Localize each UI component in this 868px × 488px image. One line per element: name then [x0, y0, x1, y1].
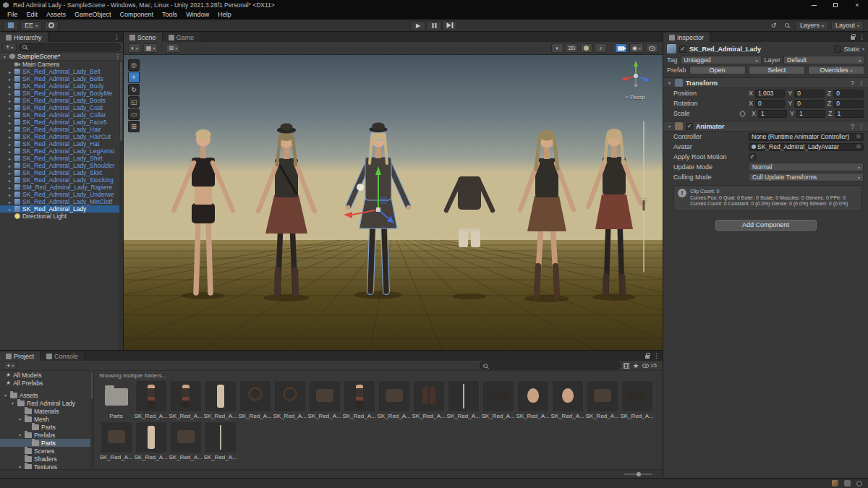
folder-item[interactable]: ▾ Mesh — [0, 415, 93, 423]
search-by-type-icon[interactable] — [624, 363, 629, 369]
orientation-gizmo[interactable] — [619, 59, 652, 94]
panel-menu-icon[interactable]: ⋮ — [653, 352, 660, 359]
hierarchy-item[interactable]: ▸ SK_Red_Admiral_Lady_Collar › — [0, 111, 123, 119]
hierarchy-item[interactable]: ▸ SK_Red_Admiral_Lady_Underwe › — [0, 191, 123, 198]
asset-tile[interactable]: SK_Red_A... — [412, 381, 446, 419]
active-checkbox[interactable]: ✓ — [679, 46, 686, 53]
hierarchy-item[interactable]: Main Camera — [0, 61, 123, 68]
favorite-item[interactable]: ★All Prefabs — [0, 379, 93, 387]
hierarchy-item[interactable]: ▸ SK_Red_Admiral_Lady_BodyMe › — [0, 90, 123, 97]
foldout-icon[interactable]: ▸ — [7, 207, 12, 212]
foldout-icon[interactable]: ▸ — [7, 163, 12, 168]
foldout-icon[interactable]: ▾ — [17, 416, 22, 421]
hierarchy-item[interactable]: ▸ SK_Red_Admiral_Lady_HairCut › — [0, 133, 123, 140]
hierarchy-item[interactable]: ▸ SK_Red_Admiral_Lady_Body › — [0, 82, 123, 90]
menu-item[interactable]: Help — [213, 10, 236, 20]
rotate-tool-button[interactable]: ↻ — [128, 84, 140, 95]
scene-menu-icon[interactable]: ⋮ — [114, 53, 121, 60]
asset-tile[interactable]: SK_Red_A... — [273, 381, 307, 419]
object-picker-icon[interactable]: ⊙ — [856, 133, 861, 140]
minimize-button[interactable] — [803, 0, 825, 10]
lock-icon[interactable] — [645, 355, 650, 359]
asset-tile[interactable]: Parts — [99, 381, 133, 419]
asset-tile[interactable]: SK_Red_A... — [307, 381, 341, 419]
close-button[interactable]: × — [846, 0, 868, 10]
apply-root-motion-checkbox[interactable]: ✓ — [749, 153, 756, 160]
menu-item[interactable]: Window — [182, 10, 213, 20]
console-status-icon[interactable] — [856, 481, 862, 487]
scale-x-field[interactable]: 1 — [758, 110, 787, 118]
asset-tile[interactable]: SK_Red_A... — [585, 381, 619, 419]
audio-toggle[interactable]: ♪ — [595, 43, 607, 53]
hierarchy-item[interactable]: ▸ SK_Red_Admiral_Lady_MinClotf › — [0, 198, 123, 205]
hierarchy-item[interactable]: ▸ SK_Red_Admiral_Lady_Skirt › — [0, 169, 123, 176]
foldout-icon[interactable]: ▸ — [7, 98, 12, 103]
prefab-select-button[interactable]: Select — [749, 66, 805, 74]
persp-chevron-icon[interactable]: < — [625, 94, 629, 100]
asset-tile[interactable]: SK_Red_A... — [169, 422, 203, 461]
hierarchy-item[interactable]: ▸ SM_Red_Admiral_Lady_Rapiere › — [0, 184, 123, 191]
grid-settings-dropdown[interactable]: ▦▾ — [143, 43, 158, 53]
folder-item[interactable]: ▾ Prefabs — [0, 431, 93, 439]
snap-settings-dropdown[interactable]: ⊞▾ — [166, 43, 180, 53]
scene-visibility-toggle[interactable] — [646, 43, 658, 53]
foldout-icon[interactable]: ▸ — [7, 178, 12, 183]
version-control-button[interactable] — [4, 21, 18, 30]
tag-dropdown[interactable]: Untagged▾ — [681, 56, 762, 64]
asset-tile[interactable]: SK_Red_A... — [516, 381, 550, 419]
tab-inspector[interactable]: Inspector — [663, 33, 710, 42]
render-mode-toggle[interactable]: ◐ — [551, 43, 563, 53]
hierarchy-item[interactable]: ▸ SK_Red_Admiral_Lady_Hair › — [0, 126, 123, 133]
gizmos-dropdown[interactable]: ◉▾ — [629, 43, 644, 53]
pause-button[interactable] — [427, 21, 442, 30]
maximize-button[interactable] — [825, 0, 846, 10]
asset-tile[interactable]: SK_Red_A... — [203, 422, 237, 461]
twod-toggle[interactable]: 2D — [566, 43, 578, 53]
camera-overlay-button[interactable] — [615, 43, 627, 53]
asset-tile[interactable]: SK_Red_A... — [134, 381, 168, 419]
panel-menu-icon[interactable]: ⋮ — [114, 33, 120, 40]
transform-tool-button[interactable]: ⊞ — [128, 121, 140, 132]
prefab-overrides-button[interactable]: Overrides▾ — [808, 66, 864, 74]
foldout-icon[interactable]: ▸ — [7, 120, 12, 125]
layout-dropdown[interactable]: Layout▾ — [831, 21, 864, 30]
foldout-icon[interactable]: ▾ — [17, 432, 22, 437]
folder-item[interactable]: ▾ Textures — [0, 463, 93, 469]
folder-item[interactable]: Shaders — [0, 455, 93, 463]
hierarchy-item[interactable]: ▸ SK_Red_Admiral_Lady_Coat › — [0, 104, 123, 111]
foldout-icon[interactable]: ▸ — [7, 171, 12, 176]
scene-viewport[interactable]: ◎ + ↻ ◱ ▭ ⊞ — [124, 55, 663, 350]
update-mode-dropdown[interactable]: Normal▾ — [749, 163, 864, 171]
gizmo-z-axis[interactable] — [644, 77, 650, 82]
hierarchy-item[interactable]: ▸ SK_Red_Admiral_Lady_Shoulder › — [0, 162, 123, 169]
scale-z-field[interactable]: 1 — [835, 110, 864, 118]
folder-item[interactable]: Parts — [0, 439, 93, 447]
hierarchy-item[interactable]: ▸ SK_Red_Admiral_Lady_Hat › — [0, 140, 123, 147]
help-icon[interactable]: ? — [851, 80, 854, 87]
play-button[interactable]: ▶ — [411, 21, 426, 30]
scene-foldout-row[interactable]: ▾ SampleScene* ⋮ — [0, 53, 123, 61]
scrollbar-thumb[interactable] — [120, 61, 122, 141]
panel-menu-icon[interactable]: ⋮ — [859, 33, 865, 40]
project-search-input[interactable] — [480, 361, 621, 369]
asset-tile[interactable]: SK_Red_A... — [169, 381, 203, 419]
chevron-down-icon[interactable]: ▾ — [862, 46, 864, 51]
foldout-icon[interactable]: ▸ — [7, 127, 12, 132]
perspective-label[interactable]: < Persp — [616, 94, 654, 100]
scene-3d-view[interactable] — [124, 55, 663, 350]
foldout-icon[interactable]: ▸ — [7, 91, 12, 96]
foldout-icon[interactable]: ▸ — [7, 69, 12, 74]
foldout-open-icon[interactable]: ▾ — [667, 124, 672, 129]
animator-enabled-checkbox[interactable]: ✓ — [686, 123, 693, 130]
tab-hierarchy[interactable]: Hierarchy — [0, 33, 48, 42]
asset-tile[interactable]: SK_Red_A... — [342, 381, 376, 419]
foldout-icon[interactable]: ▸ — [7, 142, 12, 147]
rect-tool-button[interactable]: ▭ — [128, 108, 140, 120]
foldout-icon[interactable]: ▸ — [7, 134, 12, 140]
menu-item[interactable]: Assets — [42, 10, 70, 20]
transform-component-header[interactable]: ▾ Transform ?⋮ — [663, 77, 868, 88]
favorite-item[interactable]: ★All Models — [0, 371, 93, 379]
gizmo-y-axis[interactable] — [634, 61, 638, 67]
avatar-field[interactable]: SK_Red_Admiral_LadyAvatar⊙ — [749, 143, 864, 151]
add-component-button[interactable]: Add Component — [715, 220, 817, 231]
